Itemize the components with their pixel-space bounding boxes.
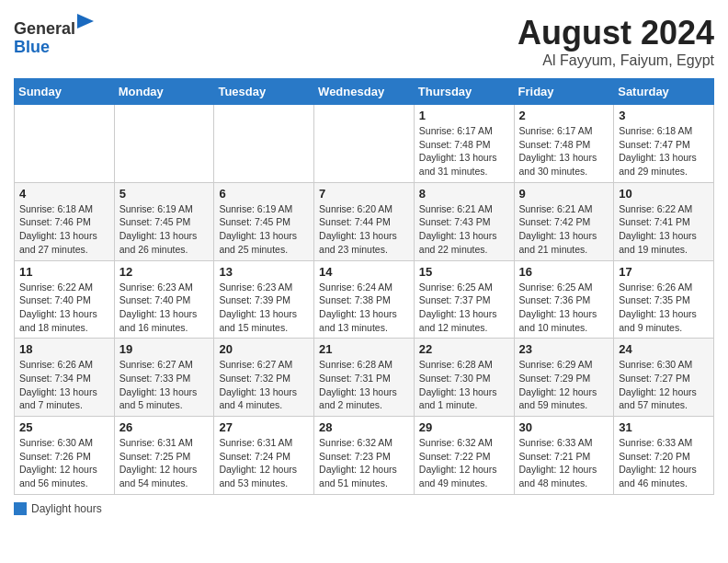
- day-number: 26: [119, 420, 210, 434]
- day-info: Sunrise: 6:23 AM Sunset: 7:40 PM Dayligh…: [119, 281, 210, 335]
- calendar-day-cell: 14Sunrise: 6:24 AM Sunset: 7:38 PM Dayli…: [314, 260, 415, 339]
- day-number: 11: [19, 265, 109, 279]
- day-info: Sunrise: 6:30 AM Sunset: 7:26 PM Dayligh…: [19, 436, 109, 490]
- calendar-day-cell: 3Sunrise: 6:18 AM Sunset: 7:47 PM Daylig…: [614, 105, 714, 183]
- calendar-day-cell: 28Sunrise: 6:32 AM Sunset: 7:23 PM Dayli…: [314, 417, 415, 495]
- calendar-week-row: 4Sunrise: 6:18 AM Sunset: 7:46 PM Daylig…: [15, 182, 714, 260]
- calendar-day-cell: 24Sunrise: 6:30 AM Sunset: 7:27 PM Dayli…: [614, 339, 714, 417]
- day-number: 30: [519, 420, 609, 434]
- day-info: Sunrise: 6:21 AM Sunset: 7:43 PM Dayligh…: [419, 202, 509, 257]
- calendar-day-cell: 25Sunrise: 6:30 AM Sunset: 7:26 PM Dayli…: [15, 417, 115, 495]
- day-number: 14: [319, 265, 409, 279]
- logo: General Blue: [14, 14, 94, 57]
- calendar-week-row: 18Sunrise: 6:26 AM Sunset: 7:34 PM Dayli…: [15, 339, 714, 417]
- day-number: 6: [219, 187, 309, 201]
- day-info: Sunrise: 6:33 AM Sunset: 7:21 PM Dayligh…: [519, 436, 609, 490]
- calendar-day-cell: 31Sunrise: 6:33 AM Sunset: 7:20 PM Dayli…: [614, 417, 714, 495]
- calendar-day-header: Wednesday: [314, 79, 415, 105]
- calendar-day-cell: [114, 105, 214, 183]
- month-title: August 2024: [518, 14, 714, 52]
- day-number: 31: [619, 420, 709, 434]
- day-number: 28: [319, 420, 409, 434]
- day-number: 17: [619, 265, 709, 279]
- day-number: 9: [519, 187, 609, 201]
- day-info: Sunrise: 6:20 AM Sunset: 7:44 PM Dayligh…: [319, 202, 409, 257]
- calendar-day-cell: 17Sunrise: 6:26 AM Sunset: 7:35 PM Dayli…: [614, 260, 714, 339]
- day-info: Sunrise: 6:28 AM Sunset: 7:31 PM Dayligh…: [319, 358, 409, 412]
- day-number: 10: [619, 187, 709, 201]
- day-number: 5: [119, 187, 210, 201]
- day-number: 20: [219, 342, 309, 356]
- day-info: Sunrise: 6:31 AM Sunset: 7:25 PM Dayligh…: [119, 436, 210, 490]
- day-number: 18: [19, 342, 109, 356]
- title-area: August 2024 Al Fayyum, Faiyum, Egypt: [518, 14, 714, 69]
- calendar-day-header: Sunday: [15, 79, 115, 105]
- day-number: 7: [319, 187, 409, 201]
- calendar-day-header: Friday: [514, 79, 614, 105]
- day-info: Sunrise: 6:17 AM Sunset: 7:48 PM Dayligh…: [519, 124, 609, 178]
- day-info: Sunrise: 6:23 AM Sunset: 7:39 PM Dayligh…: [219, 281, 309, 335]
- calendar-day-cell: 26Sunrise: 6:31 AM Sunset: 7:25 PM Dayli…: [114, 417, 214, 495]
- calendar-week-row: 1Sunrise: 6:17 AM Sunset: 7:48 PM Daylig…: [15, 105, 714, 183]
- calendar-day-cell: 16Sunrise: 6:25 AM Sunset: 7:36 PM Dayli…: [514, 260, 614, 339]
- calendar-day-cell: [214, 105, 314, 183]
- day-info: Sunrise: 6:24 AM Sunset: 7:38 PM Dayligh…: [319, 281, 409, 335]
- calendar-day-header: Saturday: [614, 79, 714, 105]
- calendar-day-cell: 22Sunrise: 6:28 AM Sunset: 7:30 PM Dayli…: [414, 339, 514, 417]
- calendar-day-cell: 7Sunrise: 6:20 AM Sunset: 7:44 PM Daylig…: [314, 182, 415, 260]
- calendar-day-cell: 8Sunrise: 6:21 AM Sunset: 7:43 PM Daylig…: [414, 182, 514, 260]
- day-info: Sunrise: 6:32 AM Sunset: 7:22 PM Dayligh…: [419, 436, 509, 490]
- logo-general: General: [14, 19, 75, 38]
- day-info: Sunrise: 6:28 AM Sunset: 7:30 PM Dayligh…: [419, 358, 509, 412]
- calendar-day-cell: 27Sunrise: 6:31 AM Sunset: 7:24 PM Dayli…: [214, 417, 314, 495]
- calendar-day-cell: 4Sunrise: 6:18 AM Sunset: 7:46 PM Daylig…: [15, 182, 115, 260]
- day-number: 8: [419, 187, 509, 201]
- logo-icon: [77, 14, 94, 34]
- calendar-day-cell: 9Sunrise: 6:21 AM Sunset: 7:42 PM Daylig…: [514, 182, 614, 260]
- svg-marker-0: [77, 14, 94, 29]
- day-number: 23: [519, 342, 609, 356]
- calendar-day-cell: 12Sunrise: 6:23 AM Sunset: 7:40 PM Dayli…: [114, 260, 214, 339]
- calendar-day-cell: 15Sunrise: 6:25 AM Sunset: 7:37 PM Dayli…: [414, 260, 514, 339]
- day-info: Sunrise: 6:25 AM Sunset: 7:36 PM Dayligh…: [519, 281, 609, 335]
- calendar-day-cell: 19Sunrise: 6:27 AM Sunset: 7:33 PM Dayli…: [114, 339, 214, 417]
- day-info: Sunrise: 6:27 AM Sunset: 7:32 PM Dayligh…: [219, 358, 309, 412]
- calendar-day-cell: 23Sunrise: 6:29 AM Sunset: 7:29 PM Dayli…: [514, 339, 614, 417]
- day-info: Sunrise: 6:33 AM Sunset: 7:20 PM Dayligh…: [619, 436, 709, 490]
- legend-item: Daylight hours: [14, 502, 102, 515]
- day-info: Sunrise: 6:19 AM Sunset: 7:45 PM Dayligh…: [219, 202, 309, 257]
- legend-label: Daylight hours: [31, 502, 102, 515]
- day-number: 16: [519, 265, 609, 279]
- calendar-day-cell: 29Sunrise: 6:32 AM Sunset: 7:22 PM Dayli…: [414, 417, 514, 495]
- day-info: Sunrise: 6:30 AM Sunset: 7:27 PM Dayligh…: [619, 358, 709, 412]
- day-info: Sunrise: 6:26 AM Sunset: 7:34 PM Dayligh…: [19, 358, 109, 412]
- calendar-table: SundayMondayTuesdayWednesdayThursdayFrid…: [14, 78, 714, 495]
- logo-blue: Blue: [14, 38, 50, 56]
- calendar-day-header: Monday: [114, 79, 214, 105]
- calendar-day-cell: 1Sunrise: 6:17 AM Sunset: 7:48 PM Daylig…: [414, 105, 514, 183]
- legend-color-box: [14, 502, 27, 515]
- day-number: 15: [419, 265, 509, 279]
- day-info: Sunrise: 6:26 AM Sunset: 7:35 PM Dayligh…: [619, 281, 709, 335]
- calendar-day-cell: 20Sunrise: 6:27 AM Sunset: 7:32 PM Dayli…: [214, 339, 314, 417]
- day-info: Sunrise: 6:18 AM Sunset: 7:46 PM Dayligh…: [19, 202, 109, 257]
- day-number: 27: [219, 420, 309, 434]
- day-number: 3: [619, 109, 709, 122]
- day-number: 25: [19, 420, 109, 434]
- day-number: 21: [319, 342, 409, 356]
- day-info: Sunrise: 6:22 AM Sunset: 7:40 PM Dayligh…: [19, 281, 109, 335]
- day-info: Sunrise: 6:17 AM Sunset: 7:48 PM Dayligh…: [419, 124, 509, 178]
- logo-text: General Blue: [14, 14, 94, 57]
- calendar-day-cell: 2Sunrise: 6:17 AM Sunset: 7:48 PM Daylig…: [514, 105, 614, 183]
- calendar-day-cell: 13Sunrise: 6:23 AM Sunset: 7:39 PM Dayli…: [214, 260, 314, 339]
- day-number: 22: [419, 342, 509, 356]
- day-number: 19: [119, 342, 210, 356]
- calendar-day-cell: 11Sunrise: 6:22 AM Sunset: 7:40 PM Dayli…: [15, 260, 115, 339]
- legend: Daylight hours: [14, 502, 714, 518]
- calendar-day-cell: 18Sunrise: 6:26 AM Sunset: 7:34 PM Dayli…: [15, 339, 115, 417]
- day-number: 29: [419, 420, 509, 434]
- calendar-day-cell: [15, 105, 115, 183]
- calendar-day-cell: 10Sunrise: 6:22 AM Sunset: 7:41 PM Dayli…: [614, 182, 714, 260]
- calendar-header-row: SundayMondayTuesdayWednesdayThursdayFrid…: [15, 79, 714, 105]
- day-number: 12: [119, 265, 210, 279]
